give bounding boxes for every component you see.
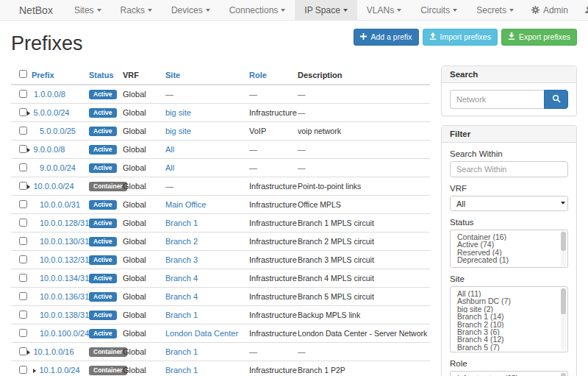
nav-item-vlans[interactable]: VLANs bbox=[357, 0, 411, 20]
option[interactable]: COLO-1-24 (3) bbox=[451, 351, 567, 352]
status-multiselect[interactable]: Container (16)Active (74)Reserved (4)Dep… bbox=[450, 230, 568, 268]
status-badge[interactable]: Active bbox=[89, 255, 117, 266]
site-link[interactable]: All bbox=[165, 145, 174, 154]
row-checkbox[interactable] bbox=[19, 347, 27, 355]
site-link[interactable]: Main Office bbox=[165, 200, 206, 209]
status-badge[interactable]: Active bbox=[89, 219, 117, 229]
row-checkbox[interactable] bbox=[19, 329, 27, 337]
row-checkbox[interactable] bbox=[19, 311, 27, 319]
site-link[interactable]: Branch 4 bbox=[165, 292, 198, 301]
site-link[interactable]: All bbox=[165, 163, 174, 172]
option[interactable]: Container (16) bbox=[451, 233, 567, 241]
nav-item-profile[interactable]: Profile bbox=[576, 0, 588, 20]
scrollbar[interactable] bbox=[561, 231, 567, 266]
site-link[interactable]: Branch 1 bbox=[165, 219, 198, 227]
option[interactable]: Branch 5 (7) bbox=[451, 344, 567, 351]
row-checkbox[interactable] bbox=[19, 366, 27, 374]
search-input[interactable] bbox=[450, 90, 544, 109]
option[interactable]: Branch 1 (14) bbox=[451, 313, 567, 320]
prefix-link[interactable]: 10.0.0.0/24 bbox=[34, 182, 74, 191]
prefix-link[interactable]: 1.0.0.0/8 bbox=[34, 90, 65, 99]
status-badge[interactable]: Container bbox=[89, 182, 127, 192]
row-checkbox[interactable] bbox=[19, 108, 27, 116]
status-badge[interactable]: Active bbox=[89, 237, 117, 247]
row-checkbox[interactable] bbox=[19, 90, 27, 98]
prefix-link[interactable]: 10.0.0.136/31 bbox=[40, 292, 89, 301]
site-link[interactable]: big site bbox=[165, 127, 191, 135]
import-prefixes-button[interactable]: Import prefixes bbox=[423, 29, 498, 46]
nav-item-sites[interactable]: Sites bbox=[65, 0, 111, 20]
prefix-link[interactable]: 9.0.0.0/8 bbox=[34, 145, 65, 154]
status-badge[interactable]: Active bbox=[89, 108, 117, 118]
column-header-prefix[interactable]: Prefix bbox=[32, 65, 89, 85]
site-link[interactable]: Branch 2 bbox=[165, 237, 198, 246]
status-badge[interactable]: Active bbox=[89, 163, 117, 174]
site-link[interactable]: London Data Center bbox=[165, 329, 238, 338]
prefix-link[interactable]: 10.0.0.128/31 bbox=[40, 219, 89, 227]
option[interactable]: Branch 2 (10) bbox=[451, 321, 567, 328]
column-header-site[interactable]: Site bbox=[165, 65, 249, 85]
scrollbar-thumb[interactable] bbox=[561, 232, 566, 251]
status-badge[interactable]: Active bbox=[89, 292, 117, 302]
option[interactable]: Branch 3 (6) bbox=[451, 328, 567, 336]
row-checkbox[interactable] bbox=[19, 274, 27, 282]
status-badge[interactable]: Active bbox=[89, 329, 117, 339]
row-checkbox[interactable] bbox=[19, 182, 27, 190]
status-badge[interactable]: Active bbox=[89, 311, 117, 321]
prefix-link[interactable]: 10.0.0.0/31 bbox=[40, 200, 80, 209]
site-link[interactable]: Branch 1 bbox=[165, 366, 198, 375]
vrf-select[interactable]: All bbox=[450, 196, 568, 211]
row-checkbox[interactable] bbox=[19, 200, 27, 208]
scrollbar[interactable] bbox=[561, 372, 567, 376]
prefix-link[interactable]: 5.0.0.0/25 bbox=[40, 127, 76, 135]
status-badge[interactable]: Active bbox=[89, 145, 117, 155]
status-badge[interactable]: Container bbox=[89, 347, 127, 358]
site-link[interactable]: big site bbox=[165, 108, 191, 117]
option[interactable]: Deprecated (1) bbox=[451, 256, 567, 263]
status-badge[interactable]: Active bbox=[89, 200, 117, 210]
status-badge[interactable]: Active bbox=[89, 90, 117, 100]
export-prefixes-button[interactable]: Export prefixes bbox=[501, 29, 577, 46]
status-badge[interactable]: Active bbox=[89, 127, 117, 137]
row-checkbox[interactable] bbox=[19, 255, 27, 263]
row-checkbox[interactable] bbox=[19, 127, 27, 135]
search-within-input[interactable] bbox=[450, 161, 568, 177]
nav-item-racks[interactable]: Racks bbox=[111, 0, 162, 20]
option[interactable]: Ashburn DC (7) bbox=[451, 297, 567, 305]
add-a-prefix-button[interactable]: Add a prefix bbox=[354, 29, 418, 46]
site-link[interactable]: Branch 1 bbox=[165, 311, 198, 319]
option[interactable]: Active (74) bbox=[451, 241, 567, 248]
prefix-link[interactable]: 10.1.0.0/16 bbox=[34, 347, 74, 356]
nav-item-devices[interactable]: Devices bbox=[162, 0, 220, 20]
option[interactable]: Branch 4 (12) bbox=[451, 336, 567, 343]
site-multiselect[interactable]: All (11)Ashburn DC (7)big site (2)Branch… bbox=[450, 286, 568, 352]
row-checkbox[interactable] bbox=[19, 163, 27, 171]
prefix-link[interactable]: 5.0.0.0/24 bbox=[34, 108, 69, 117]
site-link[interactable]: Branch 3 bbox=[165, 255, 198, 264]
nav-item-secrets[interactable]: Secrets bbox=[467, 0, 523, 20]
scrollbar[interactable] bbox=[561, 288, 567, 351]
status-badge[interactable]: Active bbox=[89, 274, 117, 284]
prefix-link[interactable]: 10.0.0.134/31 bbox=[40, 274, 89, 283]
status-badge[interactable]: Container bbox=[89, 366, 127, 376]
brand[interactable]: NetBox bbox=[19, 0, 65, 20]
option[interactable]: All (11) bbox=[451, 290, 567, 297]
scrollbar-thumb[interactable] bbox=[561, 288, 566, 314]
prefix-link[interactable]: 10.0.100.0/24 bbox=[40, 329, 89, 338]
nav-item-connections[interactable]: Connections bbox=[220, 0, 295, 20]
prefix-link[interactable]: 10.0.0.132/31 bbox=[40, 255, 89, 264]
search-button[interactable] bbox=[544, 90, 568, 109]
option[interactable]: big site (2) bbox=[451, 305, 567, 313]
prefix-link[interactable]: 9.0.0.0/24 bbox=[40, 163, 76, 172]
column-header-role[interactable]: Role bbox=[249, 65, 298, 85]
row-checkbox[interactable] bbox=[19, 219, 27, 227]
prefix-link[interactable]: 10.1.0.0/24 bbox=[40, 366, 80, 375]
prefix-link[interactable]: 10.0.0.138/31 bbox=[40, 311, 89, 319]
scrollbar-thumb[interactable] bbox=[561, 373, 566, 376]
site-link[interactable]: Branch 1 bbox=[165, 347, 198, 356]
select-all-checkbox[interactable] bbox=[19, 70, 27, 78]
site-link[interactable]: Branch 4 bbox=[165, 274, 198, 283]
row-checkbox[interactable] bbox=[19, 292, 27, 300]
nav-item-circuits[interactable]: Circuits bbox=[411, 0, 467, 20]
row-checkbox[interactable] bbox=[19, 237, 27, 245]
